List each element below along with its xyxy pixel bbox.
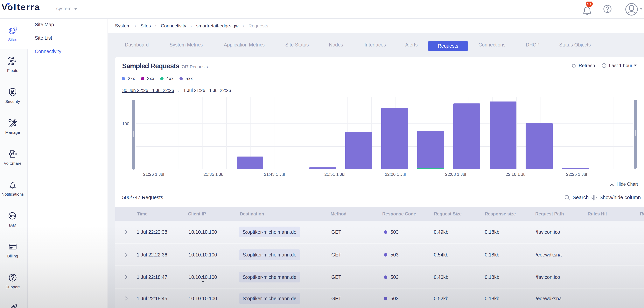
svg-text:22:25 1 Jul: 22:25 1 Jul [566, 172, 587, 177]
svg-text:100: 100 [122, 121, 129, 126]
svg-text:22:00 1 Jul: 22:00 1 Jul [385, 172, 406, 177]
svg-text:22:08 1 Jul: 22:08 1 Jul [445, 172, 466, 177]
svg-text:21:35 1 Jul: 21:35 1 Jul [204, 172, 224, 177]
svg-text:9+: 9+ [587, 2, 592, 6]
svg-text:21:43 1 Jul: 21:43 1 Jul [264, 172, 285, 177]
svg-text:22:16 1 Jul: 22:16 1 Jul [506, 172, 526, 177]
svg-text:21:26 1 Jul: 21:26 1 Jul [143, 172, 164, 177]
svg-text:21:51 1 Jul: 21:51 1 Jul [324, 172, 345, 177]
